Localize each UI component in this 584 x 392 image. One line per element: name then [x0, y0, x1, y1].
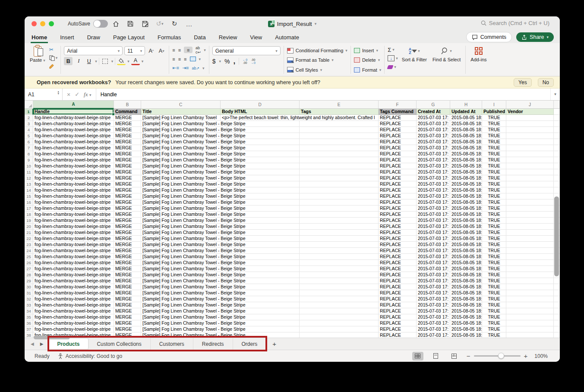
cell-filler[interactable]: [554, 157, 560, 163]
cell-tags[interactable]: [300, 205, 379, 212]
cell-command[interactable]: MERGE: [114, 218, 141, 224]
font-color-button[interactable]: A: [131, 57, 140, 65]
cell-tags_command[interactable]: REPLACE: [379, 290, 417, 296]
cell-command[interactable]: MERGE: [114, 145, 141, 151]
cell-vendor[interactable]: [506, 326, 554, 332]
cell-tags[interactable]: [300, 266, 379, 272]
increase-indent-icon[interactable]: ⇥≡: [182, 65, 189, 71]
cell-tags[interactable]: [300, 326, 379, 332]
tab-page-layout[interactable]: Page Layout: [112, 32, 145, 43]
find-select-button[interactable]: ▾ Find & Select: [431, 45, 462, 62]
row-header-15[interactable]: 15: [25, 193, 33, 199]
cell-vendor[interactable]: [506, 278, 554, 284]
cell-updated_at[interactable]: 2015-08-05 18:: [450, 248, 482, 254]
cell-published[interactable]: TRUE: [482, 193, 506, 199]
cell-updated_at[interactable]: 2015-08-05 18:: [450, 266, 482, 272]
cell-published[interactable]: TRUE: [482, 205, 506, 212]
cell-handle[interactable]: fog-linen-chambray-towel-beige-stripe: [33, 187, 114, 193]
bold-button[interactable]: B: [64, 57, 73, 65]
column-header-C[interactable]: C: [141, 101, 221, 109]
cell-title[interactable]: [Sample] Fog Linen Chambray Towel - Beig…: [141, 308, 300, 314]
sort-filter-button[interactable]: AZ ▾ Sort & Filter: [400, 45, 429, 62]
cell-styles-button[interactable]: Cell Styles▾: [287, 66, 347, 74]
cell-tags[interactable]: [300, 175, 379, 181]
align-center-icon[interactable]: ≡: [178, 57, 181, 62]
cell-command[interactable]: MERGE: [114, 121, 141, 127]
page-layout-view-button[interactable]: [430, 352, 442, 360]
cell-published[interactable]: TRUE: [482, 302, 506, 308]
cell-created_at[interactable]: 2015-07-03 17:: [417, 254, 450, 260]
cell-updated_at[interactable]: 2015-08-05 18:: [450, 278, 482, 284]
cell-tags_command[interactable]: REPLACE: [379, 254, 417, 260]
wrap-chevron-icon[interactable]: ▾: [204, 48, 206, 52]
cell-tags_command[interactable]: REPLACE: [379, 332, 417, 338]
cell-title[interactable]: [Sample] Fog Linen Chambray Towel - Beig…: [141, 260, 300, 266]
cell-header-created-at[interactable]: Created At: [417, 109, 450, 115]
cell-command[interactable]: MERGE: [114, 236, 141, 242]
cell-published[interactable]: TRUE: [482, 284, 506, 290]
currency-button[interactable]: $: [212, 58, 216, 65]
cell-title[interactable]: [Sample] Fog Linen Chambray Towel - Beig…: [141, 332, 300, 338]
save-as-icon[interactable]: [140, 19, 150, 28]
cell-tags_command[interactable]: REPLACE: [379, 314, 417, 320]
row-header-6[interactable]: 6: [25, 139, 33, 145]
cell-handle[interactable]: fog-linen-chambray-towel-beige-stripe: [33, 127, 114, 133]
row-header-8[interactable]: 8: [25, 151, 33, 157]
cell-updated_at[interactable]: 2015-08-05 18:: [450, 163, 482, 169]
font-size-select[interactable]: 11▾: [124, 46, 145, 55]
row-header-4[interactable]: 4: [25, 127, 33, 133]
row-header-11[interactable]: 11: [25, 169, 33, 175]
cell-tags[interactable]: [300, 139, 379, 145]
cell-command[interactable]: MERGE: [114, 320, 141, 326]
cell-updated_at[interactable]: 2015-08-05 18:: [450, 308, 482, 314]
cell-tags_command[interactable]: REPLACE: [379, 224, 417, 230]
cell-tags[interactable]: [300, 320, 379, 326]
row-header-36[interactable]: 36: [25, 320, 33, 326]
sheet-tab-orders[interactable]: Orders: [233, 338, 267, 350]
cell-tags_command[interactable]: REPLACE: [379, 145, 417, 151]
cell-filler[interactable]: [554, 127, 560, 133]
cell-handle[interactable]: fog-linen-chambray-towel-beige-stripe: [33, 224, 114, 230]
cell-tags_command[interactable]: REPLACE: [379, 242, 417, 248]
cell-published[interactable]: TRUE: [482, 139, 506, 145]
row-header-12[interactable]: 12: [25, 175, 33, 181]
cell-created_at[interactable]: 2015-07-03 17:: [417, 181, 450, 187]
cell-published[interactable]: TRUE: [482, 242, 506, 248]
cell-published[interactable]: TRUE: [482, 326, 506, 332]
cell-tags[interactable]: [300, 193, 379, 199]
cell-handle[interactable]: fog-linen-chambray-towel-beige-stripe: [33, 296, 114, 302]
cell-created_at[interactable]: 2015-07-03 17:: [417, 187, 450, 193]
cell-title[interactable]: [Sample] Fog Linen Chambray Towel - Beig…: [141, 224, 300, 230]
cell-tags[interactable]: [300, 290, 379, 296]
cell-tags[interactable]: [300, 296, 379, 302]
cell-vendor[interactable]: [506, 127, 554, 133]
cell-created_at[interactable]: 2015-07-03 17:: [417, 308, 450, 314]
cell-tags_command[interactable]: REPLACE: [379, 302, 417, 308]
row-header-34[interactable]: 34: [25, 308, 33, 314]
cell-published[interactable]: TRUE: [482, 127, 506, 133]
row-header-13[interactable]: 13: [25, 181, 33, 187]
cell-title[interactable]: [Sample] Fog Linen Chambray Towel - Beig…: [141, 205, 300, 212]
cell-published[interactable]: TRUE: [482, 224, 506, 230]
format-as-table-button[interactable]: Format as Table▾: [287, 56, 347, 64]
cell-vendor[interactable]: [506, 332, 554, 338]
cell-created_at[interactable]: 2015-07-03 17:: [417, 121, 450, 127]
cell-updated_at[interactable]: 2015-08-05 18:: [450, 302, 482, 308]
cell-created_at[interactable]: 2015-07-03 17:: [417, 284, 450, 290]
cell-created_at[interactable]: 2015-07-03 17:: [417, 199, 450, 205]
sheet-tab-customers[interactable]: Customers: [151, 338, 193, 350]
column-header-B[interactable]: B: [114, 101, 141, 109]
cell-command[interactable]: MERGE: [114, 314, 141, 320]
cell-published[interactable]: TRUE: [482, 314, 506, 320]
cell-command[interactable]: MERGE: [114, 284, 141, 290]
cell-handle[interactable]: fog-linen-chambray-towel-beige-stripe: [33, 260, 114, 266]
cell-filler[interactable]: [554, 133, 560, 139]
align-left-icon[interactable]: ≡: [172, 57, 175, 62]
cell-tags_command[interactable]: REPLACE: [379, 163, 417, 169]
cell-tags_command[interactable]: REPLACE: [379, 212, 417, 218]
cell-published[interactable]: TRUE: [482, 157, 506, 163]
align-bottom-icon[interactable]: ≡: [184, 47, 193, 53]
cell-header-vendor[interactable]: Vendor: [506, 109, 554, 115]
document-title[interactable]: Import_Result: [277, 21, 312, 27]
row-header-30[interactable]: 30: [25, 284, 33, 290]
